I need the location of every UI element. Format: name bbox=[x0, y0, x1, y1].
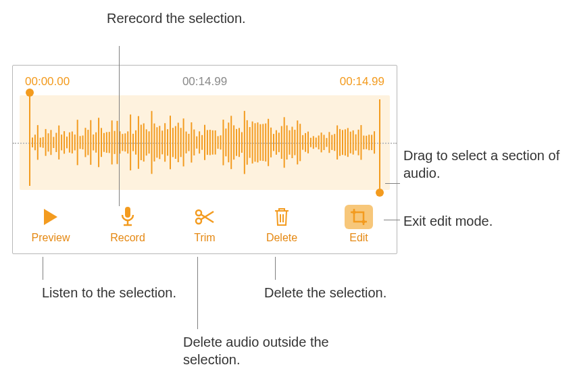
leader-line bbox=[384, 220, 400, 220]
record-button[interactable]: Record bbox=[99, 205, 156, 244]
crop-icon bbox=[345, 205, 373, 229]
svg-rect-130 bbox=[125, 207, 130, 218]
edit-toolbar: Preview Record bbox=[13, 197, 397, 253]
selection-handle-right[interactable] bbox=[379, 99, 380, 193]
callout-listen: Listen to the selection. bbox=[42, 284, 191, 301]
waveform-icon bbox=[30, 103, 380, 182]
selection-handle-left[interactable] bbox=[29, 93, 30, 186]
trash-icon bbox=[267, 205, 297, 229]
preview-button[interactable]: Preview bbox=[22, 205, 79, 244]
selection-handle-right-dot[interactable] bbox=[376, 189, 384, 197]
leader-line bbox=[43, 257, 43, 280]
waveform-selection-region[interactable] bbox=[20, 95, 390, 190]
record-label: Record bbox=[110, 232, 145, 244]
svg-point-141 bbox=[362, 220, 366, 224]
leader-line bbox=[275, 257, 276, 280]
edit-button[interactable]: Edit bbox=[330, 205, 387, 244]
leader-line bbox=[197, 257, 198, 329]
timecode-start: 00:00.00 bbox=[25, 75, 70, 89]
timecode-bar: 00:00.00 00:14.99 00:14.99 bbox=[13, 66, 397, 90]
callout-exit-edit: Exit edit mode. bbox=[403, 212, 552, 230]
leader-line bbox=[119, 46, 120, 206]
edit-label: Edit bbox=[349, 232, 368, 244]
selection-handle-left-dot[interactable] bbox=[26, 89, 34, 97]
trim-button[interactable]: Trim bbox=[176, 205, 233, 244]
callout-rerecord: Rerecord the selection. bbox=[107, 9, 255, 27]
svg-point-140 bbox=[353, 211, 356, 214]
delete-button[interactable]: Delete bbox=[253, 205, 310, 244]
microphone-icon bbox=[113, 205, 143, 229]
preview-label: Preview bbox=[32, 232, 70, 244]
audio-editor-panel: 00:00.00 00:14.99 00:14.99 Preview bbox=[12, 65, 397, 254]
leader-line bbox=[385, 183, 400, 184]
callout-trim: Delete audio outside the selection. bbox=[183, 333, 352, 368]
scissors-icon bbox=[190, 205, 220, 229]
timecode-playhead: 00:14.99 bbox=[182, 75, 227, 89]
callout-drag-select: Drag to select a section of audio. bbox=[403, 147, 572, 182]
trim-label: Trim bbox=[194, 232, 215, 244]
timecode-end: 00:14.99 bbox=[340, 75, 384, 89]
delete-label: Delete bbox=[266, 232, 297, 244]
callout-delete: Delete the selection. bbox=[264, 284, 413, 301]
play-icon bbox=[36, 205, 66, 229]
